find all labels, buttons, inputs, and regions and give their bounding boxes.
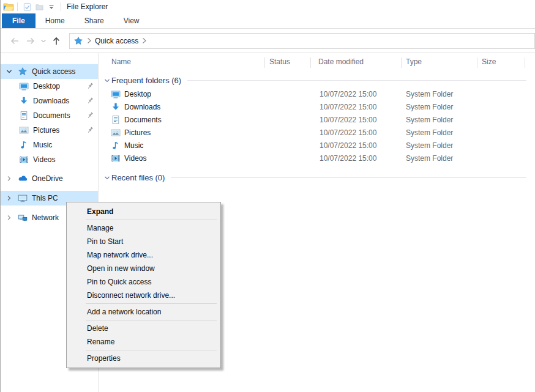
- file-row-desktop[interactable]: Desktop 10/07/2022 15:00 System Folder: [99, 88, 535, 101]
- menu-item-delete[interactable]: Delete: [67, 322, 220, 335]
- file-name: Documents: [124, 116, 162, 124]
- file-type: System Folder: [406, 128, 453, 137]
- navigation-bar: Quick access: [1, 29, 535, 53]
- file-row-documents[interactable]: Documents 10/07/2022 15:00 System Folder: [99, 114, 535, 127]
- column-divider[interactable]: [477, 57, 477, 68]
- chevron-down-icon[interactable]: [103, 77, 111, 84]
- sidebar-item-music[interactable]: Music: [1, 138, 98, 152]
- breadcrumb-quick-access[interactable]: Quick access: [95, 37, 138, 45]
- tab-share[interactable]: Share: [75, 13, 114, 28]
- column-header-size[interactable]: Size: [482, 57, 496, 66]
- breadcrumb-chevron-icon[interactable]: [141, 37, 147, 44]
- column-header-type[interactable]: Type: [406, 57, 422, 66]
- column-header-date-modified[interactable]: Date modified: [318, 57, 364, 66]
- chevron-right-icon[interactable]: [5, 214, 13, 221]
- group-header-frequent-folders[interactable]: Frequent folders (6): [99, 75, 535, 86]
- videos-icon: [19, 155, 29, 165]
- pin-icon: [85, 81, 95, 91]
- menu-item-pin-to-start[interactable]: Pin to Start: [67, 235, 220, 248]
- menu-item-rename[interactable]: Rename: [67, 335, 220, 349]
- column-header-status[interactable]: Status: [269, 57, 290, 66]
- file-date-modified: 10/07/2022 15:00: [320, 116, 376, 124]
- up-button[interactable]: [48, 33, 64, 49]
- file-row-downloads[interactable]: Downloads 10/07/2022 15:00 System Folder: [99, 101, 535, 114]
- network-icon: [18, 213, 28, 223]
- menu-item-expand[interactable]: Expand: [67, 205, 220, 218]
- qat-new-folder-button[interactable]: [34, 1, 45, 12]
- menu-item-add-network-location[interactable]: Add a network location: [67, 305, 220, 319]
- file-type: System Folder: [406, 154, 453, 163]
- menu-item-pin-to-quick-access[interactable]: Pin to Quick access: [67, 275, 220, 289]
- desktop-icon: [19, 81, 29, 91]
- file-type: System Folder: [406, 90, 453, 98]
- sidebar-item-label: Pictures: [33, 126, 59, 135]
- chevron-down-icon[interactable]: [5, 68, 13, 75]
- file-date-modified: 10/07/2022 15:00: [320, 154, 376, 163]
- file-row-pictures[interactable]: Pictures 10/07/2022 15:00 System Folder: [99, 127, 535, 139]
- sidebar-item-documents[interactable]: Documents: [1, 108, 98, 123]
- file-explorer-folder-icon: [3, 2, 14, 12]
- sidebar-item-desktop[interactable]: Desktop: [1, 79, 98, 94]
- history-dropdown-button[interactable]: [39, 33, 48, 49]
- menu-separator: [86, 320, 217, 320]
- chevron-right-icon[interactable]: [5, 194, 13, 202]
- tab-home[interactable]: Home: [36, 13, 75, 28]
- qat-dropdown-icon: [48, 3, 55, 10]
- downloads-icon: [19, 96, 29, 106]
- file-row-music[interactable]: Music 10/07/2022 15:00 System Folder: [99, 139, 535, 152]
- sidebar-item-downloads[interactable]: Downloads: [1, 94, 98, 108]
- sidebar-item-label: OneDrive: [32, 174, 63, 183]
- menu-item-map-network-drive[interactable]: Map network drive...: [67, 248, 220, 262]
- group-header-recent-files[interactable]: Recent files (0): [99, 172, 535, 183]
- sidebar-item-pictures[interactable]: Pictures: [1, 123, 98, 138]
- menu-item-open-in-new-window[interactable]: Open in new window: [67, 262, 220, 275]
- file-type: System Folder: [406, 103, 453, 111]
- sidebar-item-label: Desktop: [33, 82, 60, 91]
- back-button[interactable]: [7, 33, 23, 49]
- forward-button[interactable]: [23, 33, 39, 49]
- divider: [17, 2, 18, 11]
- address-bar[interactable]: Quick access: [69, 33, 535, 49]
- tab-file[interactable]: File: [2, 13, 36, 28]
- menu-item-disconnect-network-drive[interactable]: Disconnect network drive...: [67, 289, 220, 302]
- file-date-modified: 10/07/2022 15:00: [320, 128, 376, 137]
- column-divider[interactable]: [310, 57, 311, 68]
- file-date-modified: 10/07/2022 15:00: [320, 103, 376, 111]
- computer-icon: [18, 193, 28, 203]
- chevron-down-icon[interactable]: [103, 174, 111, 182]
- menu-item-manage[interactable]: Manage: [67, 221, 220, 235]
- qat-properties-button[interactable]: [21, 1, 32, 12]
- ribbon-tab-bar: File Home Share View: [1, 13, 535, 29]
- sidebar-item-label: Documents: [33, 111, 70, 120]
- qat-customize-button[interactable]: [46, 1, 57, 12]
- group-title: Frequent folders (6): [111, 76, 181, 85]
- sidebar-item-label: Music: [33, 141, 52, 149]
- column-header-row: Name Status Date modified Type Size: [99, 55, 535, 70]
- column-header-name[interactable]: Name: [111, 57, 131, 66]
- sidebar-item-label: Quick access: [32, 67, 75, 76]
- downloads-icon: [111, 102, 121, 112]
- properties-check-icon: [23, 2, 32, 12]
- file-date-modified: 10/07/2022 15:00: [320, 90, 376, 98]
- chevron-right-icon[interactable]: [5, 175, 13, 182]
- sidebar-item-videos[interactable]: Videos: [1, 152, 98, 167]
- file-explorer-window: File Explorer File Home Share View Quic: [0, 0, 535, 392]
- desktop-icon: [111, 89, 121, 99]
- music-icon: [19, 140, 29, 150]
- column-divider[interactable]: [401, 57, 402, 68]
- file-row-videos[interactable]: Videos 10/07/2022 15:00 System Folder: [99, 152, 535, 165]
- tab-view[interactable]: View: [114, 13, 149, 28]
- sidebar-item-onedrive[interactable]: OneDrive: [1, 171, 98, 186]
- videos-icon: [111, 153, 121, 163]
- menu-item-properties[interactable]: Properties: [67, 352, 220, 365]
- menu-separator: [86, 220, 217, 220]
- breadcrumb-chevron-icon[interactable]: [86, 37, 92, 44]
- sidebar-item-quick-access[interactable]: Quick access: [1, 64, 98, 79]
- pictures-icon: [19, 125, 29, 135]
- documents-icon: [19, 111, 29, 120]
- file-type: System Folder: [406, 116, 453, 124]
- column-divider[interactable]: [264, 57, 265, 68]
- context-menu: Expand Manage Pin to Start Map network d…: [66, 202, 221, 368]
- quick-access-star-icon: [73, 36, 83, 46]
- column-divider[interactable]: [525, 57, 525, 68]
